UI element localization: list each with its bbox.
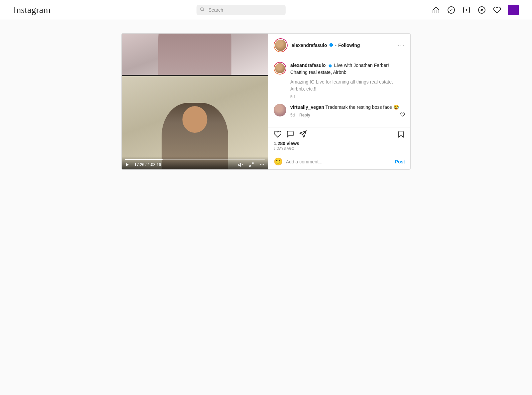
action-bar: 1,280 views 5 DAYS AGO — [268, 127, 410, 154]
share-button[interactable] — [299, 130, 307, 138]
profile-avatar[interactable] — [508, 5, 519, 15]
views-count: 1,280 views — [274, 141, 405, 146]
svg-marker-7 — [480, 8, 483, 11]
progress-bar[interactable] — [125, 159, 265, 160]
video-bottom-person: 17:26 / 1:03:16 — [122, 76, 268, 169]
svg-point-16 — [263, 164, 264, 165]
svg-marker-9 — [238, 163, 240, 166]
commenter-avatar[interactable] — [274, 104, 286, 116]
post-header: alexandrafasulo • Following ··· — [268, 34, 410, 57]
play-button[interactable] — [125, 162, 130, 167]
search-container — [197, 5, 286, 15]
more-options-video-button[interactable] — [259, 162, 265, 167]
add-comment-row: 🙂 Post — [268, 154, 410, 169]
person-male-silhouette — [122, 76, 268, 169]
reply-button[interactable]: Reply — [299, 113, 310, 117]
post-comment-button[interactable]: Post — [395, 159, 405, 164]
home-icon[interactable] — [432, 6, 440, 14]
caption-subtext: Amazing IG Live for learning all things … — [290, 79, 405, 93]
comment-content: Trademark the resting boss face 😂 — [326, 104, 399, 110]
video-controls: 17:26 / 1:03:16 — [122, 156, 268, 169]
caption-time: 5d — [290, 95, 405, 99]
comment-input[interactable] — [286, 159, 392, 164]
header-nav — [432, 5, 519, 15]
right-panel: alexandrafasulo • Following ··· — [268, 34, 410, 169]
commenter-username[interactable]: virtually_vegan — [290, 104, 324, 110]
comment-text: virtually_vegan Trademark the resting bo… — [290, 104, 405, 111]
more-options-button[interactable]: ··· — [397, 42, 405, 49]
svg-line-1 — [203, 10, 204, 11]
following-label[interactable]: Following — [338, 43, 360, 48]
dot-separator: • — [335, 43, 337, 48]
main-content: 17:26 / 1:03:16 — [0, 20, 532, 183]
action-icons — [274, 130, 405, 138]
bookmark-button[interactable] — [397, 130, 405, 138]
svg-line-12 — [252, 163, 253, 164]
post-user-info: alexandrafasulo • Following — [292, 43, 397, 48]
post-username[interactable]: alexandrafasulo — [292, 43, 327, 48]
svg-marker-8 — [126, 163, 129, 167]
caption-username[interactable]: alexandrafasulo — [290, 63, 326, 68]
verified-icon — [329, 43, 333, 48]
instagram-logo: Instagram — [13, 5, 51, 15]
comment-item: virtually_vegan Trademark the resting bo… — [274, 104, 405, 118]
comment-body: virtually_vegan Trademark the resting bo… — [290, 104, 405, 118]
comment-meta: 5d Reply — [290, 112, 405, 118]
caption-avatar[interactable] — [274, 62, 286, 75]
fullscreen-button[interactable] — [249, 162, 254, 167]
explore-icon[interactable] — [477, 6, 486, 14]
post-card: 17:26 / 1:03:16 — [121, 33, 411, 170]
caption-comment: alexandrafasulo Live with Jonathan Farbe… — [274, 62, 405, 99]
svg-point-0 — [200, 8, 203, 11]
person-female-silhouette — [122, 34, 268, 75]
comment-like-button[interactable] — [400, 112, 405, 118]
svg-point-14 — [260, 164, 261, 165]
header: Instagram — [0, 0, 532, 20]
caption-body: alexandrafasulo Live with Jonathan Farbe… — [290, 62, 405, 99]
verified-caption-icon — [328, 63, 333, 68]
caption-text: alexandrafasulo Live with Jonathan Farbe… — [290, 62, 405, 76]
video-time: 17:26 / 1:03:16 — [134, 162, 161, 167]
comments-area: alexandrafasulo Live with Jonathan Farbe… — [268, 57, 410, 127]
activity-icon[interactable] — [493, 6, 501, 14]
comment-button[interactable] — [286, 130, 294, 138]
messenger-icon[interactable] — [447, 6, 456, 14]
new-post-icon[interactable] — [462, 6, 471, 14]
svg-line-13 — [249, 165, 251, 167]
progress-fill — [125, 159, 163, 160]
svg-point-15 — [262, 164, 263, 165]
post-date: 5 DAYS AGO — [274, 147, 405, 150]
search-icon — [200, 7, 204, 13]
video-panel: 17:26 / 1:03:16 — [122, 34, 268, 169]
search-input[interactable] — [197, 5, 286, 15]
emoji-button[interactable]: 🙂 — [274, 157, 283, 166]
author-avatar[interactable] — [274, 38, 288, 52]
like-button[interactable] — [274, 130, 282, 138]
mute-button[interactable] — [238, 162, 243, 167]
video-top-person — [122, 34, 268, 75]
comment-time: 5d — [290, 113, 295, 117]
